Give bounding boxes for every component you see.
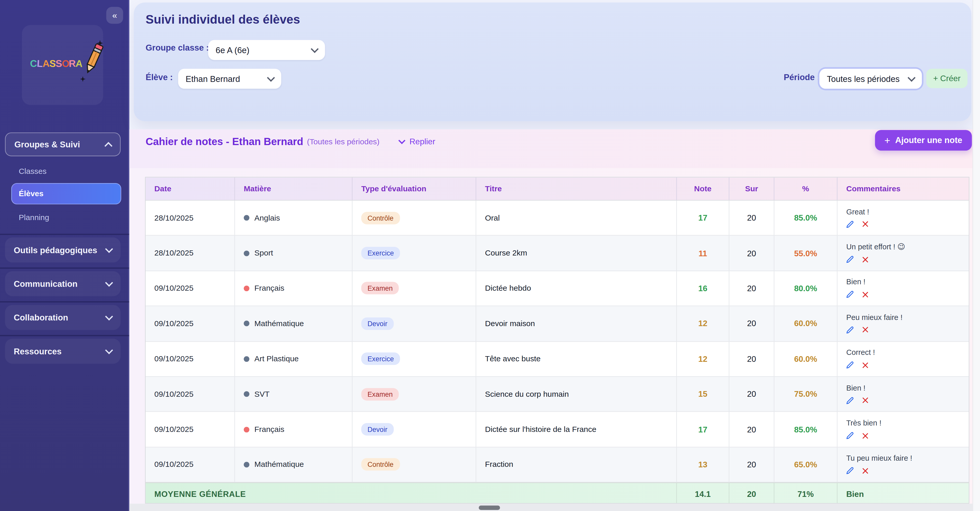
table-row: 09/10/2025 Français Devoir Dictée sur l'…: [146, 412, 969, 447]
collapse-chevrons-icon: «: [112, 10, 117, 20]
vertical-scrollbar[interactable]: [972, 0, 980, 511]
delete-note-icon[interactable]: [862, 432, 869, 439]
grade-out-of: 20: [729, 201, 774, 236]
grade-date: 09/10/2025: [146, 447, 235, 482]
subject-color-dot: [244, 250, 249, 256]
table-row: 28/10/2025 Sport Exercice Course 2km 11 …: [146, 236, 969, 271]
create-period-button[interactable]: + Créer: [926, 69, 968, 88]
grade-comment-cell: Correct !: [837, 342, 969, 377]
comment-text: Très bien !: [846, 419, 881, 428]
notebook-subtitle: (Toutes les périodes): [307, 137, 379, 146]
column-header-note: Note: [677, 177, 729, 200]
edit-note-icon[interactable]: [846, 326, 854, 334]
main-content: Suivi individuel des élèves Groupe class…: [129, 0, 972, 511]
notebook-title: Cahier de notes - Ethan Bernard: [146, 135, 303, 147]
grade-subject: Art Plastique: [235, 342, 353, 377]
grade-percent: 60.0%: [774, 306, 837, 342]
evaluation-type-badge: Exercice: [361, 247, 400, 259]
grade-type-cell: Devoir: [353, 306, 476, 342]
section-label: Ressources: [14, 346, 62, 356]
delete-note-icon[interactable]: [862, 291, 869, 298]
grade-percent: 80.0%: [774, 271, 837, 306]
sidebar-section-groupes-suivi[interactable]: Groupes & Suivi: [5, 132, 121, 156]
subject-name: Art Plastique: [255, 355, 299, 363]
notebook-header-band: [129, 129, 972, 168]
horizontal-scrollbar[interactable]: [129, 504, 972, 511]
chevron-down-icon: [105, 346, 113, 354]
group-class-select[interactable]: 6e A (6e): [208, 40, 325, 60]
average-appreciation: Bien: [837, 483, 969, 504]
sidebar-item-classes[interactable]: Classes: [19, 167, 46, 176]
filters-panel: Suivi individuel des élèves Groupe class…: [134, 3, 971, 121]
table-row: 09/10/2025 Art Plastique Exercice Tête a…: [146, 342, 969, 377]
student-select[interactable]: Ethan Bernard: [178, 69, 282, 89]
sidebar-item-label: Élèves: [19, 189, 43, 198]
grade-percent: 65.0%: [774, 447, 837, 482]
grade-subject: Anglais: [235, 201, 353, 236]
add-note-button[interactable]: + Ajouter une note: [875, 130, 972, 150]
scrollbar-thumb[interactable]: [479, 505, 500, 510]
sidebar-item-eleves[interactable]: Élèves: [11, 183, 121, 204]
app-window: « CLASSORA Groupes & Suivi Classes: [0, 0, 980, 511]
delete-note-icon[interactable]: [862, 467, 869, 474]
sidebar: « CLASSORA Groupes & Suivi Classes: [0, 0, 129, 511]
evaluation-type-badge: Examen: [361, 388, 399, 400]
grade-percent: 85.0%: [774, 201, 837, 236]
grade-note: 13: [677, 447, 729, 482]
sidebar-collapse-button[interactable]: «: [106, 7, 123, 24]
chevron-down-icon: [311, 45, 319, 53]
edit-note-icon[interactable]: [846, 361, 854, 369]
plus-icon: +: [885, 135, 890, 146]
delete-note-icon[interactable]: [862, 361, 869, 368]
edit-note-icon[interactable]: [846, 291, 854, 298]
edit-note-icon[interactable]: [846, 432, 854, 439]
comment-text: Peu mieux faire !: [846, 314, 902, 322]
grade-percent: 60.0%: [774, 342, 837, 377]
grade-date: 28/10/2025: [146, 236, 235, 271]
sidebar-section-ressources[interactable]: Ressources: [5, 339, 121, 364]
sidebar-section-communication[interactable]: Communication: [5, 271, 121, 296]
edit-note-icon[interactable]: [846, 467, 854, 474]
delete-note-icon[interactable]: [862, 256, 869, 263]
evaluation-type-badge: Examen: [361, 282, 399, 295]
comment-text: Bien !: [846, 279, 865, 287]
evaluation-type-badge: Devoir: [361, 423, 394, 436]
subject-name: Français: [255, 284, 285, 293]
chevron-down-icon: [105, 245, 113, 253]
delete-note-icon[interactable]: [862, 221, 869, 228]
sidebar-section-collaboration[interactable]: Collaboration: [5, 305, 121, 330]
subject-color-dot: [244, 321, 249, 326]
logo-wordmark: CLASSORA: [25, 58, 88, 69]
chevron-down-icon: [105, 312, 113, 320]
grade-note: 15: [677, 377, 729, 412]
evaluation-type-badge: Exercice: [361, 353, 400, 365]
sparkle-icon: [97, 40, 103, 46]
grade-title: Dictée sur l'histoire de la France: [476, 412, 677, 447]
delete-note-icon[interactable]: [862, 326, 869, 333]
table-row: 09/10/2025 SVT Examen Science du corp hu…: [146, 377, 969, 412]
grade-subject: Français: [235, 271, 353, 306]
student-value: Ethan Bernard: [186, 74, 240, 83]
grade-out-of: 20: [729, 236, 774, 271]
edit-note-icon[interactable]: [846, 220, 854, 228]
table-row: 28/10/2025 Anglais Contrôle Oral 17 20 8…: [146, 201, 969, 236]
app-logo: CLASSORA: [22, 25, 103, 105]
subject-color-dot: [244, 356, 249, 362]
column-header-type: Type d'évaluation: [353, 177, 476, 200]
edit-note-icon[interactable]: [846, 256, 854, 263]
section-label: Groupes & Suivi: [14, 140, 80, 149]
sidebar-item-planning[interactable]: Planning: [19, 213, 49, 222]
edit-note-icon[interactable]: [846, 397, 854, 404]
delete-note-icon[interactable]: [862, 397, 869, 404]
average-label: MOYENNE GÉNÉRALE: [146, 483, 677, 504]
section-label: Outils pédagogiques: [14, 245, 97, 255]
grade-type-cell: Contrôle: [353, 201, 476, 236]
column-header-pct: %: [774, 177, 837, 200]
sidebar-section-outils-pedagogiques[interactable]: Outils pédagogiques: [5, 237, 121, 263]
grade-type-cell: Devoir: [353, 412, 476, 447]
period-select[interactable]: Toutes les périodes: [819, 69, 922, 89]
grade-note: 12: [677, 342, 729, 377]
page-title: Suivi individuel des élèves: [146, 13, 300, 27]
group-class-label: Groupe classe :: [146, 43, 209, 53]
collapse-notebook-toggle[interactable]: Replier: [399, 137, 435, 146]
